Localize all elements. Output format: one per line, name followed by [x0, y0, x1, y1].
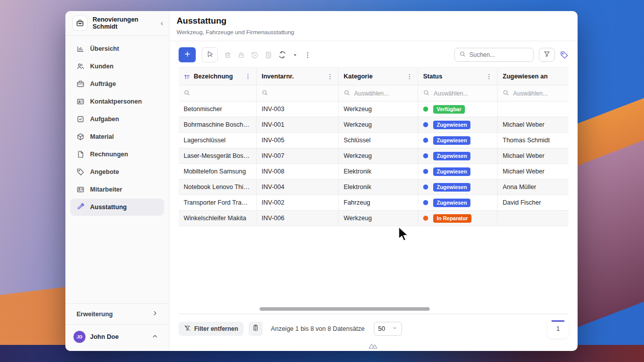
cell-inventarnr: INV-005 [262, 137, 284, 144]
plus-icon [184, 50, 191, 60]
cell-kategorie: Elektronik [344, 168, 371, 175]
sidebar-item-material[interactable]: Material [70, 128, 164, 145]
id-card-icon [76, 186, 85, 194]
table-row[interactable]: Lagerschlüssel INV-005 Schlüssel Zugewie… [179, 133, 569, 148]
mouse-cursor [395, 226, 411, 243]
global-search[interactable] [454, 48, 534, 62]
column-header-zugewiesen-an[interactable]: Zugewiesen an [498, 67, 569, 85]
status-dot [423, 216, 428, 221]
refresh-icon[interactable] [278, 51, 286, 59]
copy-list-button[interactable] [249, 322, 263, 336]
column-header-bezeichnung[interactable]: Bezeichnung ⋮ [179, 67, 257, 85]
main-content: Ausstattung Werkzeug, Fahrzeuge und Firm… [170, 11, 578, 351]
cell-kategorie: Elektronik [344, 184, 371, 191]
sidebar-item-auftraege[interactable]: Aufträge [70, 75, 164, 93]
horizontal-scrollbar[interactable] [260, 307, 430, 311]
sidebar-item-label: Aufträge [90, 80, 116, 87]
sidebar: Renovierungen Schmidt ‹ Übersicht Kunden… [65, 11, 170, 351]
user-menu[interactable]: JD John Doe [65, 324, 169, 351]
sidebar-item-aufgaben[interactable]: Aufgaben [70, 111, 164, 128]
sidebar-item-ausstattung[interactable]: Ausstattung [70, 199, 164, 216]
sidebar-item-label: Kunden [90, 63, 114, 70]
sidebar-item-label: Rechnungen [90, 151, 128, 158]
sidebar-header: Renovierungen Schmidt ‹ [65, 11, 169, 36]
status-badge: Zugewiesen [423, 121, 470, 129]
cell-inventarnr: INV-008 [262, 168, 284, 175]
column-menu-icon[interactable]: ⋮ [245, 73, 251, 80]
status-dot [423, 138, 428, 143]
sidebar-item-mitarbeiter[interactable]: Mitarbeiter [70, 181, 164, 198]
sidebar-item-rechnungen[interactable]: Rechnungen [70, 146, 164, 163]
column-label: Zugewiesen an [503, 73, 564, 80]
column-header-status[interactable]: Status ⋮ [418, 67, 498, 85]
column-menu-icon[interactable]: ⋮ [407, 73, 413, 80]
status-badge: In Reparatur [423, 214, 471, 223]
table-row[interactable]: Notebook Lenovo ThinkPad INV-004 Elektro… [179, 179, 569, 195]
cell-inventarnr: INV-003 [262, 106, 284, 113]
chevron-up-icon [152, 333, 158, 341]
table-row[interactable]: Betonmischer INV-003 Werkzeug Verfügbar [179, 102, 569, 117]
table-row[interactable]: Bohrmaschine Bosch GBH ... INV-001 Werkz… [179, 117, 569, 133]
filter-bezeichnung[interactable] [179, 85, 257, 102]
page-title: Ausstattung [177, 16, 571, 26]
column-menu-icon[interactable]: ⋮ [486, 73, 492, 80]
cell-zugewiesen: Michael Weber [503, 121, 544, 128]
pagination-page-1[interactable]: 1 [547, 319, 569, 338]
filter-inventarnr[interactable] [257, 85, 339, 102]
search-icon [503, 89, 509, 98]
sidebar-item-erweiterung[interactable]: Erweiterung [65, 303, 169, 324]
edit-record-button[interactable] [202, 47, 218, 62]
sidebar-item-kontaktpersonen[interactable]: Kontaktpersonen [70, 93, 164, 110]
search-icon [262, 89, 268, 98]
search-icon [184, 89, 190, 98]
funnel-off-icon [184, 325, 191, 333]
column-header-kategorie[interactable]: Kategorie ⋮ [339, 67, 418, 85]
sidebar-collapse-icon[interactable]: ‹ [160, 20, 163, 27]
sidebar-item-angebote[interactable]: Angebote [70, 163, 164, 180]
funnel-icon [543, 50, 550, 59]
column-menu-icon[interactable]: ⋮ [327, 73, 333, 80]
page-subtitle: Werkzeug, Fahrzeuge und Firmenausstattun… [177, 29, 571, 35]
status-badge: Zugewiesen [423, 167, 470, 176]
check-square-icon [76, 115, 85, 123]
chevron-down-icon[interactable] [292, 52, 298, 58]
history-icon[interactable] [251, 51, 259, 59]
views-tag-icon[interactable] [560, 51, 569, 59]
sidebar-item-label: Aufgaben [90, 116, 119, 123]
status-dot [423, 185, 428, 190]
table-row[interactable]: Mobiltelefon Samsung INV-008 Elektronik … [179, 164, 569, 179]
filter-kategorie[interactable]: Auswählen... [339, 85, 418, 102]
sidebar-item-kunden[interactable]: Kunden [70, 58, 164, 75]
cell-bezeichnung: Transporter Ford Transit [184, 199, 251, 206]
app-window: Renovierungen Schmidt ‹ Übersicht Kunden… [65, 11, 578, 351]
select-placeholder: Auswählen... [434, 90, 468, 97]
table-row[interactable]: Laser-Messgerät Bosch GL... INV-007 Werk… [179, 148, 569, 164]
column-label: Bezeichnung [194, 73, 242, 80]
notes-icon[interactable] [265, 51, 272, 59]
clear-filters-button[interactable]: Filter entfernen [179, 322, 244, 336]
cell-zugewiesen: Michael Weber [503, 152, 544, 159]
add-record-button[interactable] [179, 47, 196, 62]
table-row[interactable]: Winkelschleifer Makita INV-006 Werkzeug … [179, 211, 569, 226]
delete-icon[interactable] [224, 51, 231, 59]
filter-zugewiesen[interactable]: Auswählen... [498, 85, 569, 102]
table-toolbar [170, 41, 578, 67]
cell-kategorie: Fahrzeug [344, 199, 370, 206]
lock-icon[interactable] [237, 51, 245, 59]
toolbar-kebab-icon[interactable] [304, 51, 311, 59]
cell-zugewiesen: Anna Müller [503, 184, 536, 191]
status-badge: Zugewiesen [423, 136, 470, 145]
filter-status[interactable]: Auswählen... [418, 85, 498, 102]
search-input[interactable] [469, 51, 529, 58]
table-header-row: Bezeichnung ⋮ Inventarnr. ⋮ Kategorie ⋮ … [179, 67, 569, 85]
sidebar-item-uebersicht[interactable]: Übersicht [70, 40, 164, 57]
current-page-indicator [551, 320, 565, 322]
status-badge: Zugewiesen [423, 183, 470, 192]
cell-kategorie: Werkzeug [344, 106, 372, 113]
page-size-select[interactable]: 50 [374, 322, 402, 336]
table-row[interactable]: Transporter Ford Transit INV-002 Fahrzeu… [179, 195, 569, 211]
filter-button[interactable] [539, 48, 555, 62]
chevron-down-icon [392, 325, 397, 332]
column-header-inventarnr[interactable]: Inventarnr. ⋮ [257, 67, 339, 85]
table-footer: Filter entfernen Anzeige 1 bis 8 von 8 D… [170, 314, 578, 341]
